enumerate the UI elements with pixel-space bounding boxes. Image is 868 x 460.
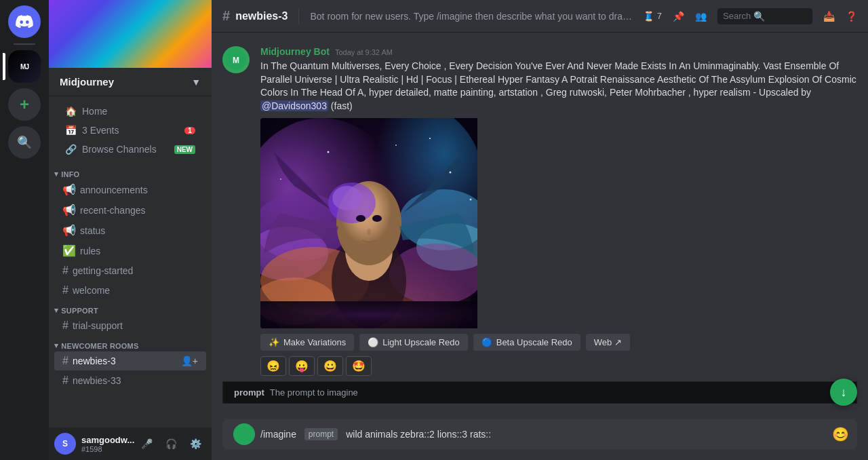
emoji-picker-button[interactable]: 😊: [827, 421, 854, 448]
microphone-button[interactable]: 🎤: [136, 433, 157, 455]
server-divider: [14, 43, 35, 45]
channel-sidebar: Midjourney ▼ 🏠 Home 📅 3 Events 1 🔗 Brows…: [49, 0, 212, 460]
channel-name: welcome: [73, 285, 198, 296]
light-circle-icon: ⚪: [368, 337, 378, 347]
support-section-header[interactable]: ▾ SUPPORT: [49, 303, 212, 316]
settings-button[interactable]: ⚙️: [184, 433, 206, 455]
hash-icon: #: [62, 284, 68, 296]
reaction-3[interactable]: 😀: [317, 356, 343, 376]
hash-icon: #: [62, 265, 68, 277]
inbox-icon: 📥: [823, 11, 835, 22]
search-bar[interactable]: Search 🔍: [717, 8, 812, 24]
svg-point-26: [470, 199, 472, 201]
tongue-emoji: 😛: [295, 360, 309, 372]
sidebar-item-browse-channels[interactable]: 🔗 Browse Channels NEW: [54, 140, 206, 159]
members-button[interactable]: 👥: [695, 11, 707, 22]
help-icon: ❓: [846, 11, 857, 22]
sidebar-footer: S samgoodw... #1598 🎤 🎧 ⚙️: [49, 427, 212, 460]
pin-button[interactable]: 📌: [673, 11, 684, 22]
channel-name: newbies-3: [73, 356, 177, 366]
megaphone-icon: 📢: [62, 224, 76, 237]
explore-servers-button[interactable]: 🔍: [8, 126, 41, 159]
svg-point-25: [429, 138, 431, 139]
message-username: Midjourney Bot: [260, 46, 330, 57]
chevron-down-icon: ▼: [191, 77, 201, 88]
channel-item-announcements[interactable]: 📢 announcements: [54, 180, 206, 199]
command-label: prompt: [304, 428, 338, 440]
channel-name: newbies-33: [73, 375, 198, 386]
inbox-button[interactable]: 📥: [823, 11, 835, 22]
beta-upscale-redo-button[interactable]: 🔵 Beta Upscale Redo: [473, 334, 580, 351]
web-button[interactable]: Web ↗: [586, 334, 630, 351]
headphone-button[interactable]: 🎧: [160, 433, 182, 455]
svg-point-18: [356, 215, 366, 222]
svg-point-22: [395, 145, 397, 146]
mention[interactable]: @Davidson303: [260, 100, 328, 111]
channel-hash-icon: #: [222, 8, 230, 24]
hash-icon: #: [62, 375, 68, 387]
user-tag: #1598: [81, 445, 130, 453]
events-icon: 📅: [65, 125, 77, 136]
prompt-tooltip: prompt The prompt to imagine: [222, 381, 857, 404]
home-icon: 🏠: [65, 106, 77, 117]
channel-name: status: [80, 225, 198, 236]
megaphone-icon: 📢: [62, 183, 76, 196]
channel-item-status[interactable]: 📢 status: [54, 221, 206, 240]
light-upscale-redo-label: Light Upscale Redo: [382, 337, 459, 347]
message: M Midjourney Bot Today at 9:32 AM In The…: [222, 43, 857, 379]
info-section-header[interactable]: ▾ INFO: [49, 167, 212, 180]
channel-item-rules[interactable]: ✅ rules: [54, 241, 206, 261]
message-input-wrapper: /imagine prompt 😊: [222, 419, 857, 449]
events-label: 3 Events: [82, 125, 179, 136]
channel-header: # newbies-3 Bot room for new users. Type…: [212, 0, 868, 33]
search-icon: 🔍: [753, 11, 765, 22]
user-info: samgoodw... #1598: [81, 435, 130, 453]
command-display: /imagine prompt: [260, 421, 340, 447]
server-header[interactable]: Midjourney ▼: [49, 68, 212, 96]
support-section: ▾ SUPPORT # trial-support: [49, 303, 212, 336]
home-label: Home: [82, 106, 107, 117]
check-icon: ✅: [62, 244, 76, 257]
add-server-button[interactable]: +: [8, 88, 41, 121]
reaction-1[interactable]: 😖: [260, 356, 286, 376]
chevron-down-icon: ▾: [54, 170, 58, 178]
help-button[interactable]: ❓: [846, 11, 857, 22]
ai-generated-image: [260, 118, 477, 328]
header-divider: [298, 8, 299, 24]
make-variations-label: Make Variations: [283, 337, 346, 347]
sparkles-icon: ✨: [269, 337, 279, 347]
threads-button[interactable]: 🧵 7: [643, 11, 662, 22]
message-input[interactable]: [340, 422, 827, 446]
channel-item-recent-changes[interactable]: 📢 recent-changes: [54, 200, 206, 220]
info-section: ▾ INFO 📢 announcements 📢 recent-changes …: [49, 167, 212, 301]
emoji-reactions: 😖 😛 😀 🤩: [260, 356, 857, 376]
newcomer-rooms-section: ▾ NEWCOMER ROOMS # newbies-3 👤+ # newbie…: [49, 339, 212, 391]
channel-item-getting-started[interactable]: # getting-started: [54, 261, 206, 280]
search-placeholder: Search: [723, 11, 751, 21]
channel-name: rules: [80, 246, 198, 256]
midjourney-server-icon[interactable]: MJ: [8, 50, 41, 83]
channel-header-name: newbies-3: [235, 10, 288, 22]
channel-item-welcome[interactable]: # welcome: [54, 281, 206, 300]
newcomer-rooms-header[interactable]: ▾ NEWCOMER ROOMS: [49, 339, 212, 351]
footer-icons: 🎤 🎧 ⚙️: [136, 433, 206, 455]
hash-icon: #: [62, 320, 68, 332]
channel-item-trial-support[interactable]: # trial-support: [54, 316, 206, 335]
avatar: S: [54, 433, 76, 455]
message-text: In The Quantum Multiverses, Every Choice…: [260, 60, 857, 113]
scroll-to-bottom[interactable]: ↓: [830, 379, 857, 406]
channel-item-newbies-33[interactable]: # newbies-33: [54, 371, 206, 390]
reaction-2[interactable]: 😛: [289, 356, 315, 376]
threads-count: 7: [657, 11, 662, 21]
sidebar-item-home[interactable]: 🏠 Home: [54, 102, 206, 121]
angry-emoji: 😖: [267, 360, 280, 372]
chevron-down-icon: ▾: [54, 341, 58, 350]
megaphone-icon: 📢: [62, 204, 76, 216]
make-variations-button[interactable]: ✨ Make Variations: [260, 334, 354, 351]
discord-home-button[interactable]: [8, 5, 41, 38]
channel-item-newbies-3[interactable]: # newbies-3 👤+: [54, 351, 206, 370]
light-upscale-redo-button[interactable]: ⚪ Light Upscale Redo: [359, 334, 467, 351]
threads-icon: 🧵: [643, 11, 654, 22]
sidebar-item-events[interactable]: 📅 3 Events 1: [54, 121, 206, 140]
reaction-4[interactable]: 🤩: [346, 356, 372, 376]
